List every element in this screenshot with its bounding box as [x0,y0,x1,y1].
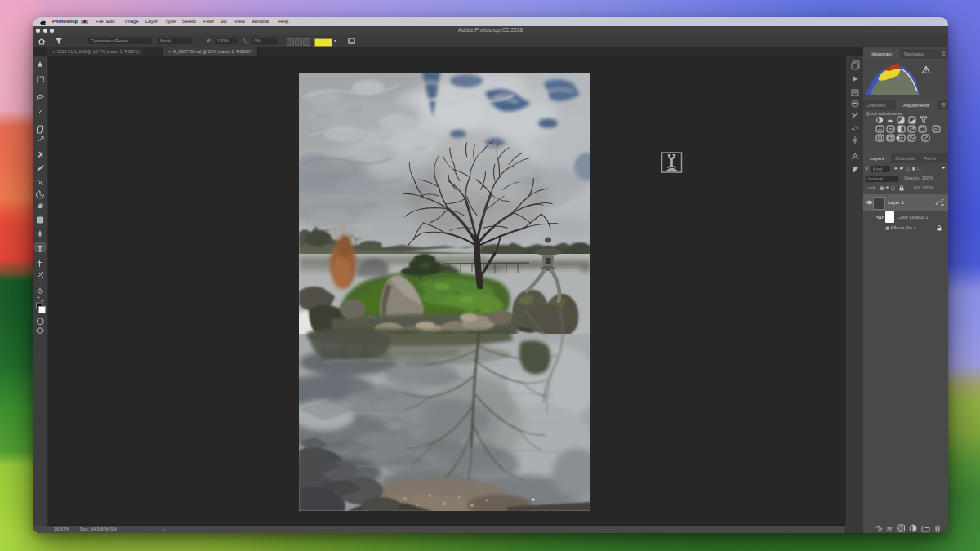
svg-text:fx: fx [887,525,893,532]
